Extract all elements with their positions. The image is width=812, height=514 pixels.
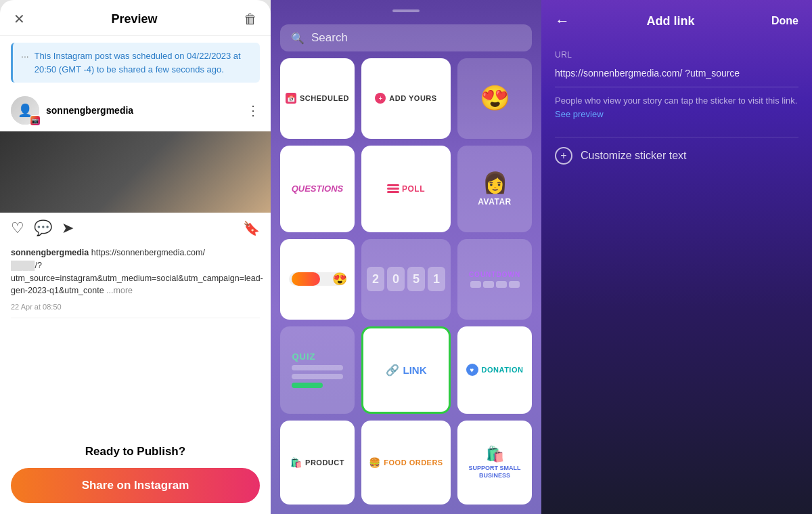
notification-text: This Instagram post was scheduled on 04/…	[35, 49, 252, 76]
support-label: SUPPORT SMALL BUSINESS	[463, 465, 526, 479]
sticker-scheduled[interactable]: 📅 SCHEDULED	[280, 58, 355, 139]
preview-title: Preview	[111, 12, 157, 26]
questions-label: QUESTIONS	[292, 184, 344, 194]
product-icon: 🛍️	[290, 457, 302, 468]
preview-header: ✕ Preview 🗑	[0, 0, 271, 36]
ready-title: Ready to Publish?	[11, 445, 260, 458]
add-link-panel: ← Add link Done URL https://sonnenbergme…	[541, 0, 812, 514]
post-date: 22 Apr at 08:50	[0, 303, 271, 318]
support-visual: 🛍️ SUPPORT SMALL BUSINESS	[463, 446, 526, 479]
food-visual: 🍔 FOOD ORDERS	[369, 457, 443, 468]
post-more-icon[interactable]: ⋮	[246, 102, 260, 119]
sticker-donation[interactable]: ♥ DONATION	[457, 326, 532, 414]
share-instagram-button[interactable]: Share on Instagram	[11, 468, 260, 503]
drag-handle	[392, 9, 420, 12]
user-info: 👤 📷 sonnengbergmedia	[11, 96, 133, 125]
timer-d3: 5	[407, 267, 425, 291]
product-label: PRODUCT	[305, 458, 344, 467]
customize-label: Customize sticker text	[581, 150, 686, 162]
ready-section: Ready to Publish? Share on Instagram	[0, 434, 271, 514]
delete-icon[interactable]: 🗑	[244, 12, 257, 27]
add-link-content: URL https://sonnenbergmedia.com/ ?utm_so…	[541, 39, 812, 514]
donation-label: DONATION	[482, 366, 524, 374]
notification-dots: ···	[21, 51, 29, 62]
timer-d1: 2	[367, 267, 384, 291]
plus-icon: +	[555, 147, 572, 165]
countdown-visual: COUNTDOWN	[469, 271, 520, 288]
sticker-timer[interactable]: 2 0 5 1	[361, 239, 451, 320]
url-field-label: URL	[555, 50, 798, 60]
link-icon: 🔗	[386, 364, 399, 377]
hint-text: People who view your story can tap the s…	[555, 94, 798, 121]
close-icon[interactable]: ✕	[14, 11, 25, 27]
poll-label: POLL	[402, 184, 425, 194]
add-link-title: Add link	[647, 14, 695, 28]
avatar-emoji: 👩	[482, 171, 508, 194]
sticker-grid: 📅 SCHEDULED + ADD YOURS 😍 QUESTIONS	[280, 58, 532, 505]
post-user-row: 👤 📷 sonnengbergmedia ⋮	[0, 89, 271, 131]
sticker-add-yours[interactable]: + ADD YOURS	[361, 58, 451, 139]
countdown-label: COUNTDOWN	[469, 271, 520, 278]
post-caption: sonnengbergmedia https://sonnenbergmedia…	[0, 244, 271, 303]
add-link-header: ← Add link Done	[541, 0, 812, 39]
post-username: sonnengbergmedia	[46, 105, 133, 116]
see-preview-link[interactable]: See preview	[555, 109, 604, 119]
link-visual: 🔗 LINK	[386, 364, 427, 377]
divider	[11, 318, 260, 318]
search-icon: 🔍	[291, 32, 304, 45]
sticker-link[interactable]: 🔗 LINK	[361, 326, 451, 414]
sticker-product[interactable]: 🛍️ PRODUCT	[280, 421, 355, 505]
post-actions-left: ♡ 💬 ➤	[11, 219, 74, 237]
timer-visual: 2 0 5 1	[367, 267, 445, 291]
post-actions: ♡ 💬 ➤ 🔖	[0, 213, 271, 244]
sticker-poll[interactable]: POLL	[361, 146, 451, 232]
caption-username: sonnengbergmedia	[11, 248, 91, 257]
slider-visual: 😍	[289, 272, 346, 286]
preview-panel: ✕ Preview 🗑 ··· This Instagram post was …	[0, 0, 271, 514]
sticker-food-orders[interactable]: 🍔 FOOD ORDERS	[361, 421, 451, 505]
done-button[interactable]: Done	[771, 15, 798, 27]
back-button[interactable]: ←	[555, 12, 570, 30]
share-icon[interactable]: ➤	[62, 219, 74, 237]
like-icon[interactable]: ♡	[11, 219, 24, 237]
scheduled-icon: 📅	[286, 93, 296, 104]
donation-visual: ♥ DONATION	[466, 364, 524, 376]
link-label: LINK	[403, 364, 427, 376]
donation-icon: ♥	[466, 364, 478, 376]
instagram-badge: 📷	[30, 115, 41, 126]
timer-d4: 1	[428, 267, 445, 291]
scheduled-label: SCHEDULED	[300, 94, 349, 102]
caption-more[interactable]: ...more	[106, 286, 133, 295]
avatar-label: AVATAR	[478, 197, 511, 207]
sticker-slider[interactable]: 😍	[280, 239, 355, 320]
url-value[interactable]: https://sonnenbergmedia.com/ ?utm_source	[555, 62, 798, 87]
sticker-support[interactable]: 🛍️ SUPPORT SMALL BUSINESS	[457, 421, 532, 505]
notification-bar: ··· This Instagram post was scheduled on…	[11, 43, 260, 83]
timer-d2: 0	[387, 267, 405, 291]
sticker-quiz[interactable]: QUIZ	[280, 326, 355, 414]
add-yours-icon: +	[375, 93, 386, 104]
customize-sticker-row[interactable]: + Customize sticker text	[555, 137, 798, 174]
sticker-picker-panel: 🔍 Search 📅 SCHEDULED + ADD YOURS 😍 QUEST…	[271, 0, 541, 514]
poll-icon	[387, 184, 399, 193]
sticker-avatar[interactable]: 👩 AVATAR	[457, 146, 532, 232]
sticker-questions[interactable]: QUESTIONS	[280, 146, 355, 232]
add-yours-label: ADD YOURS	[389, 94, 436, 102]
support-icon: 🛍️	[486, 446, 504, 463]
post-image	[0, 131, 271, 213]
emoji-face: 😍	[480, 84, 510, 112]
bookmark-icon[interactable]: 🔖	[243, 220, 260, 236]
avatar: 👤 📷	[11, 96, 39, 125]
quiz-visual: QUIZ	[292, 351, 342, 388]
comment-icon[interactable]: 💬	[34, 219, 52, 237]
food-label: FOOD ORDERS	[384, 458, 443, 467]
product-visual: 🛍️ PRODUCT	[290, 457, 344, 468]
sticker-countdown[interactable]: COUNTDOWN	[457, 239, 532, 320]
hint-text-content: People who view your story can tap the s…	[555, 95, 797, 106]
search-placeholder: Search	[311, 31, 348, 45]
food-icon: 🍔	[369, 457, 380, 468]
quiz-label: QUIZ	[292, 351, 315, 362]
sticker-emoji-face[interactable]: 😍	[457, 58, 532, 139]
search-bar[interactable]: 🔍 Search	[280, 24, 532, 51]
